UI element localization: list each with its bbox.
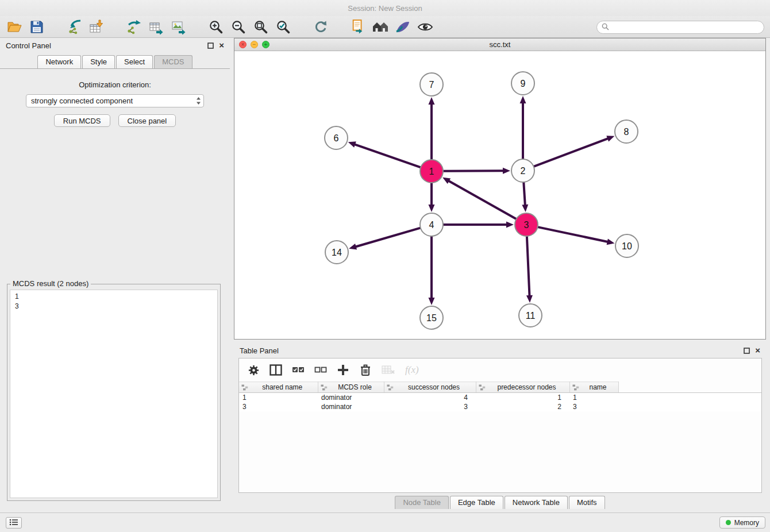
- apply-layout-icon[interactable]: [312, 18, 329, 36]
- table-header-row: shared nameMCDS rolesuccessor nodesprede…: [239, 382, 761, 393]
- run-mcds-button[interactable]: Run MCDS: [54, 114, 110, 127]
- table-cell[interactable]: 3: [384, 402, 476, 411]
- mcds-result-group: MCDS result (2 nodes) 13: [7, 284, 221, 501]
- export-table-icon[interactable]: [148, 18, 165, 36]
- graph-edge-arrowhead: [606, 136, 614, 141]
- dropdown-arrows-icon: [196, 97, 201, 105]
- table-cell[interactable]: 1: [569, 393, 618, 402]
- network-window-titlebar: × − + scc.txt: [234, 38, 765, 51]
- graph-edge-1-2[interactable]: [443, 171, 503, 171]
- tab-style[interactable]: Style: [82, 55, 115, 68]
- table-cell[interactable]: 1: [476, 393, 569, 402]
- column-header-successor-nodes[interactable]: successor nodes: [384, 382, 476, 393]
- column-header-name[interactable]: name: [569, 382, 618, 393]
- table-cell[interactable]: 4: [384, 393, 476, 402]
- graph-edge-3-1[interactable]: [449, 181, 516, 219]
- graph-edge-4-14[interactable]: [356, 228, 421, 247]
- export-image-icon[interactable]: [170, 18, 187, 36]
- zoom-fit-icon[interactable]: [252, 18, 270, 36]
- show-graphics-icon[interactable]: [417, 18, 434, 36]
- column-sort-icon: [572, 384, 579, 392]
- table-panel-body: f(x) shared nameMCDS rolesuccessor nodes…: [238, 358, 762, 493]
- mcds-result-item: 1: [15, 292, 213, 302]
- table-cell[interactable]: 2: [476, 402, 569, 411]
- tab-edge-table[interactable]: Edge Table: [450, 496, 503, 509]
- export-webpage-icon[interactable]: [349, 18, 367, 36]
- column-header-shared-name[interactable]: shared name: [239, 382, 318, 393]
- table-settings-icon[interactable]: [247, 363, 260, 377]
- toolbar-group: [66, 18, 110, 36]
- table-cell[interactable]: dominator: [318, 393, 384, 402]
- select-all-columns-icon[interactable]: [292, 363, 305, 377]
- graph-edge-3-11[interactable]: [527, 236, 530, 295]
- tab-node-table[interactable]: Node Table: [395, 496, 449, 509]
- create-column-icon[interactable]: [337, 363, 349, 377]
- window-close-button[interactable]: ×: [239, 41, 247, 48]
- window-minimize-button[interactable]: −: [251, 41, 258, 48]
- network-graph-canvas[interactable]: 7968124314101511: [234, 51, 765, 340]
- graph-node-label: 6: [334, 133, 339, 143]
- table-row[interactable]: 3dominator323: [239, 402, 761, 411]
- search-input[interactable]: [612, 23, 759, 32]
- column-header-predecessor-nodes[interactable]: predecessor nodes: [476, 382, 569, 393]
- graph-edge-1-6[interactable]: [355, 145, 421, 168]
- import-table-icon[interactable]: [88, 18, 105, 36]
- traffic-lights: × − +: [239, 41, 274, 48]
- window-titlebar: Session: New Session: [0, 0, 770, 16]
- task-history-button[interactable]: [6, 517, 22, 529]
- dropdown-value: strongly connected component: [31, 97, 133, 105]
- mcds-result-item: 3: [15, 302, 213, 311]
- table-cell[interactable]: 3: [569, 402, 618, 411]
- tab-network-table[interactable]: Network Table: [505, 496, 568, 509]
- memory-button[interactable]: Memory: [719, 516, 765, 529]
- mcds-buttons: Run MCDS Close panel: [0, 114, 230, 127]
- optimization-label: Optimization criterion:: [0, 80, 230, 89]
- tab-motifs[interactable]: Motifs: [569, 496, 605, 509]
- toolbar-group: [6, 18, 51, 36]
- table-cell-filler: [618, 393, 761, 402]
- memory-status-dot: [726, 520, 731, 525]
- zoom-out-icon[interactable]: [230, 18, 247, 36]
- apply-style-icon[interactable]: [394, 18, 411, 36]
- graph-edge-2-8[interactable]: [534, 138, 608, 167]
- optimization-dropdown[interactable]: strongly connected component: [26, 94, 204, 107]
- table-panel-tabs: Node TableEdge TableNetwork TableMotifs: [234, 496, 766, 509]
- table-cell[interactable]: dominator: [318, 402, 384, 411]
- zoom-selected-icon[interactable]: [275, 18, 292, 36]
- graph-edge-arrowhead: [506, 222, 514, 228]
- control-panel-title: Control Panel: [6, 41, 51, 50]
- first-neighbors-icon[interactable]: [372, 18, 389, 36]
- graph-edge-3-10[interactable]: [538, 227, 607, 242]
- graph-edge-arrowhead: [348, 141, 356, 147]
- table-row[interactable]: 1dominator411: [239, 393, 761, 402]
- window-zoom-button[interactable]: +: [262, 41, 270, 48]
- mcds-result-list[interactable]: 13: [10, 290, 218, 498]
- graph-edge-arrowhead: [429, 298, 435, 305]
- close-panel-button[interactable]: Close panel: [118, 114, 176, 127]
- export-network-icon[interactable]: [125, 18, 143, 36]
- unselect-all-columns-icon[interactable]: [314, 363, 327, 377]
- graph-edge-arrowhead: [520, 96, 526, 103]
- close-table-panel-icon[interactable]: ×: [755, 347, 760, 354]
- tab-mcds[interactable]: MCDS: [154, 55, 192, 68]
- import-network-icon[interactable]: [66, 18, 83, 36]
- graph-node-label: 10: [622, 241, 632, 251]
- graph-edge-arrowhead: [522, 205, 528, 212]
- search-box[interactable]: [596, 21, 764, 34]
- tab-select[interactable]: Select: [116, 55, 153, 68]
- float-table-panel-icon[interactable]: [744, 348, 750, 354]
- open-session-icon[interactable]: [6, 18, 23, 36]
- save-session-icon[interactable]: [28, 18, 45, 36]
- tab-network[interactable]: Network: [37, 55, 81, 68]
- table-cell[interactable]: 1: [239, 393, 318, 402]
- table-cell[interactable]: 3: [239, 402, 318, 411]
- column-label: successor nodes: [408, 383, 460, 391]
- delete-column-icon[interactable]: [359, 363, 372, 377]
- float-panel-icon[interactable]: [207, 43, 214, 49]
- table-panel-title: Table Panel: [240, 346, 279, 355]
- close-panel-icon[interactable]: ×: [219, 42, 224, 49]
- graph-edge-2-3[interactable]: [523, 182, 525, 205]
- zoom-in-icon[interactable]: [207, 18, 225, 36]
- column-header-MCDS-role[interactable]: MCDS role: [318, 382, 384, 393]
- show-column-icon[interactable]: [270, 363, 282, 377]
